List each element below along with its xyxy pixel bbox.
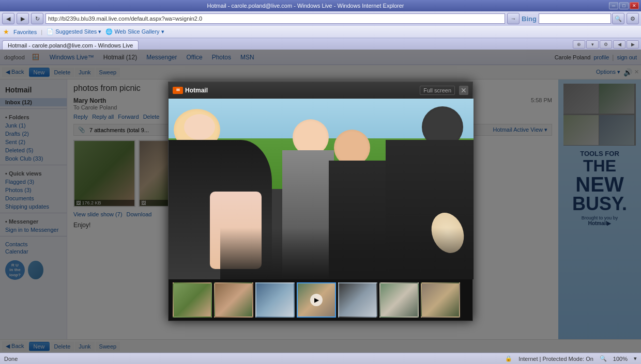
viewer-logo-text: Hotmail <box>185 87 208 94</box>
viewer-thumb-4[interactable]: ▶ <box>297 282 336 318</box>
tab-label: Hotmail - carole.poland@live.com - Windo… <box>8 42 133 49</box>
search-area: Bing 🔍 <box>522 13 624 24</box>
photo-viewer-overlay: ✉ Hotmail Full screen ✕ <box>0 50 641 353</box>
viewer-main-photo[interactable] <box>169 99 474 279</box>
address-text: http://bl239u.blu39.mail.live.com/defaul… <box>48 15 202 22</box>
favorites-bar: ★ Favorites | 📄 Suggested Sites ▾ 🌐 Web … <box>0 26 641 38</box>
tab-next-button[interactable]: ▶ <box>627 40 639 49</box>
viewer-close-button[interactable]: ✕ <box>459 86 468 95</box>
viewer-thumb-3[interactable] <box>255 282 295 318</box>
favorites-item[interactable]: Favorites <box>13 29 37 35</box>
forward-button[interactable]: ▶ <box>17 13 29 24</box>
new-tab-button[interactable]: ⊕ <box>573 40 585 49</box>
back-button[interactable]: ◀ <box>2 13 14 24</box>
zoom-icon: 🔍 <box>600 355 607 362</box>
tab-bar: Hotmail - carole.poland@live.com - Windo… <box>0 38 641 50</box>
viewer-thumb-1[interactable] <box>173 282 212 318</box>
status-bar: Done 🔒 Internet | Protected Mode: On 🔍 1… <box>0 353 641 364</box>
tab-actions: ⊕ ▾ ⚙ ◀ ▶ <box>573 40 639 49</box>
web-slice-gallery-item[interactable]: 🌐 Web Slice Gallery ▾ <box>105 28 164 35</box>
close-button[interactable]: ✕ <box>630 2 639 9</box>
browser-title-bar: Hotmail - carole.poland@live.com - Windo… <box>0 0 641 11</box>
address-box[interactable]: http://bl239u.blu39.mail.live.com/defaul… <box>45 13 505 24</box>
bing-logo: Bing <box>522 15 537 23</box>
tools-button[interactable]: ⚙ <box>627 13 639 24</box>
maximize-button[interactable]: □ <box>619 2 629 9</box>
tab-list-button[interactable]: ▾ <box>586 40 599 49</box>
viewer-thumbnail-strip: ▶ <box>169 279 472 321</box>
status-right: 🔒 Internet | Protected Mode: On 🔍 100% ▾ <box>505 355 637 362</box>
zoom-dropdown[interactable]: ▾ <box>634 355 637 362</box>
viewer-header: ✉ Hotmail Full screen ✕ <box>169 82 472 99</box>
title-bar-text: Hotmail - carole.poland@live.com - Windo… <box>2 3 609 9</box>
browser-tab[interactable]: Hotmail - carole.poland@live.com - Windo… <box>2 40 139 50</box>
suggested-sites-item[interactable]: 📄 Suggested Sites ▾ <box>47 28 101 35</box>
search-button[interactable]: 🔍 <box>612 13 624 24</box>
go-button[interactable]: → <box>507 13 520 24</box>
title-bar-controls: ─ □ ✕ <box>609 2 639 9</box>
tab-settings-button[interactable]: ⚙ <box>600 40 612 49</box>
face-left <box>184 114 215 140</box>
viewer-thumb-5[interactable] <box>338 282 377 318</box>
viewer-thumb-6[interactable] <box>379 282 419 318</box>
protected-mode-icon: 🔒 <box>505 355 512 362</box>
fullscreen-button[interactable]: Full screen <box>420 86 455 95</box>
viewer-logo: ✉ Hotmail <box>173 87 208 94</box>
search-input[interactable] <box>539 13 611 24</box>
status-zoom: 100% <box>613 356 628 362</box>
favorites-star-icon: ★ <box>3 28 9 36</box>
hotmail-logo-icon: ✉ <box>173 87 183 94</box>
viewer-thumb-7[interactable] <box>421 282 460 318</box>
play-icon[interactable]: ▶ <box>310 294 323 306</box>
address-bar-area: ◀ ▶ ↻ http://bl239u.blu39.mail.live.com/… <box>0 11 641 26</box>
viewer-thumb-2[interactable] <box>214 282 253 318</box>
photo-bottom-overlay <box>220 228 474 279</box>
status-text: Done <box>4 356 505 362</box>
tab-prev-button[interactable]: ◀ <box>613 40 625 49</box>
photo-viewer: ✉ Hotmail Full screen ✕ <box>168 82 473 321</box>
minimize-button[interactable]: ─ <box>609 2 618 9</box>
status-zone: Internet | Protected Mode: On <box>518 356 593 362</box>
refresh-button[interactable]: ↻ <box>31 13 43 24</box>
